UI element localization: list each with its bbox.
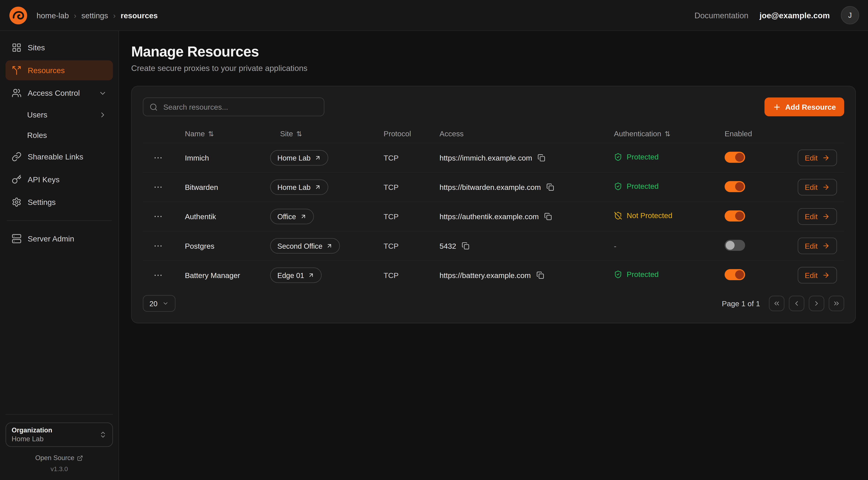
row-menu-button[interactable]: ⋯ [150,211,166,222]
edit-button[interactable]: Edit [798,267,837,283]
app-logo-icon[interactable] [9,6,28,25]
pagination-next-button[interactable] [809,296,825,311]
auth-status: Protected [613,153,723,163]
resource-name: Bitwarden [174,183,269,191]
sidebar-item-label: Settings [28,198,56,207]
table-body: ⋯ Immich Home Lab TCP https://immich.exa… [143,143,844,290]
copy-icon[interactable] [538,154,546,161]
copy-icon[interactable] [462,242,470,250]
sidebar-item-server-admin[interactable]: Server Admin [6,229,113,248]
documentation-link[interactable]: Documentation [694,11,748,20]
enabled-toggle[interactable] [725,239,745,250]
sidebar-item-roles[interactable]: Roles [6,126,113,144]
split-icon [11,65,22,75]
page-subtitle: Create secure proxies to your private ap… [131,63,856,74]
enabled-toggle[interactable] [725,181,745,192]
copy-icon[interactable] [536,271,544,279]
sidebar-item-label: Users [27,110,48,119]
arrow-right-icon [822,154,830,161]
app-version: v1.3.0 [6,466,113,472]
enabled-toggle[interactable] [725,269,745,280]
site-link[interactable]: Edge 01 [270,268,322,283]
external-link-icon [77,455,83,461]
sidebar-item-resources[interactable]: Resources [6,60,113,80]
topbar: home-lab › settings › resources Document… [0,0,868,31]
copy-icon[interactable] [547,183,554,191]
breadcrumb-settings[interactable]: settings [82,11,108,20]
user-email[interactable]: joe@example.com [760,11,830,20]
resource-protocol: TCP [382,271,438,279]
auth-label: Not Protected [627,212,673,220]
site-name: Edge 01 [277,271,304,279]
edit-label: Edit [805,212,817,221]
row-menu-button[interactable]: ⋯ [150,270,166,281]
auth-status: - [613,242,723,250]
site-link[interactable]: Home Lab [270,150,328,166]
table-row: ⋯ Immich Home Lab TCP https://immich.exa… [143,143,844,172]
page-size-select[interactable]: 20 [143,295,176,312]
sidebar-item-users[interactable]: Users [6,106,113,123]
edit-label: Edit [805,271,817,279]
site-link[interactable]: Home Lab [270,179,328,195]
sidebar-item-label: Roles [27,131,47,140]
sidebar-item-api-keys[interactable]: API Keys [6,170,113,189]
header-authentication[interactable]: Authentication ⇅ [613,129,723,138]
resource-access: https://authentik.example.com [439,212,539,221]
edit-button[interactable]: Edit [798,150,837,166]
organization-switcher[interactable]: Organization Home Lab [6,422,113,447]
table-toolbar: Add Resource [143,97,844,116]
header-name[interactable]: Name ⇅ [174,129,269,138]
header-site-label: Site [280,129,293,138]
header-site[interactable]: Site ⇅ [269,129,382,138]
page-info: Page 1 of 1 [722,299,760,308]
organization-label: Organization [11,426,52,435]
shield-check-icon [614,270,622,278]
table-header: Name ⇅ Site ⇅ Protocol Access Authentica… [143,124,844,143]
table-row: ⋯ Battery Manager Edge 01 TCP https://ba… [143,260,844,290]
enabled-toggle[interactable] [725,151,745,162]
key-icon [11,175,22,184]
auth-label: Protected [627,270,659,278]
sidebar-item-sites[interactable]: Sites [6,38,113,58]
pagination [769,296,844,311]
edit-button[interactable]: Edit [798,208,837,225]
plus-icon [773,103,781,111]
resource-access: https://bitwarden.example.com [439,183,541,191]
arrow-right-icon [822,213,830,220]
edit-button[interactable]: Edit [798,179,837,196]
row-menu-button[interactable]: ⋯ [150,240,166,251]
breadcrumb: home-lab › settings › resources [36,11,158,20]
enabled-toggle[interactable] [725,210,745,221]
pagination-prev-button[interactable] [789,296,805,311]
app-root: home-lab › settings › resources Document… [0,0,868,480]
main-content: Manage Resources Create secure proxies t… [119,31,868,480]
site-link[interactable]: Office [270,209,314,224]
table-row: ⋯ Authentik Office TCP https://authentik… [143,202,844,231]
arrow-up-right-icon [308,272,315,278]
shield-check-icon [614,153,622,161]
copy-icon[interactable] [544,213,552,220]
header-enabled: Enabled [723,129,790,138]
resource-access: 5432 [439,242,456,250]
users-icon [11,88,22,98]
resource-access: https://immich.example.com [439,154,532,162]
server-icon [11,234,22,244]
sidebar-item-shareable-links[interactable]: Shareable Links [6,147,113,167]
sidebar-item-settings[interactable]: Settings [6,192,113,212]
shield-check-icon [614,182,622,190]
open-source-link[interactable]: Open Source [6,454,113,462]
row-menu-button[interactable]: ⋯ [150,182,166,192]
resource-name: Authentik [174,212,269,221]
search-input[interactable] [162,102,318,112]
site-link[interactable]: Second Office [270,238,340,253]
pagination-last-button[interactable] [829,296,844,311]
breadcrumb-home-lab[interactable]: home-lab [36,11,69,20]
sidebar-item-access-control[interactable]: Access Control [6,83,113,103]
avatar[interactable]: J [841,6,859,24]
pagination-first-button[interactable] [769,296,784,311]
page-title: Manage Resources [131,43,856,60]
organization-value: Home Lab [11,435,52,444]
row-menu-button[interactable]: ⋯ [150,152,166,163]
add-resource-button[interactable]: Add Resource [765,97,844,116]
edit-button[interactable]: Edit [798,237,837,254]
